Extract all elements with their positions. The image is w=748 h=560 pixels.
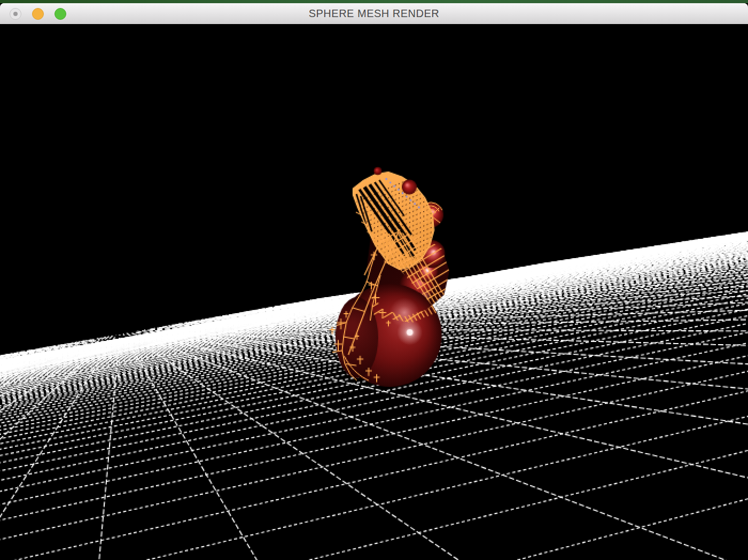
render-viewport: [0, 24, 748, 560]
window-title: SPHERE MESH RENDER: [0, 3, 748, 24]
window-titlebar[interactable]: SPHERE MESH RENDER: [0, 3, 748, 24]
app-window: SPHERE MESH RENDER: [0, 0, 748, 560]
screen: SPHERE MESH RENDER: [0, 0, 748, 560]
